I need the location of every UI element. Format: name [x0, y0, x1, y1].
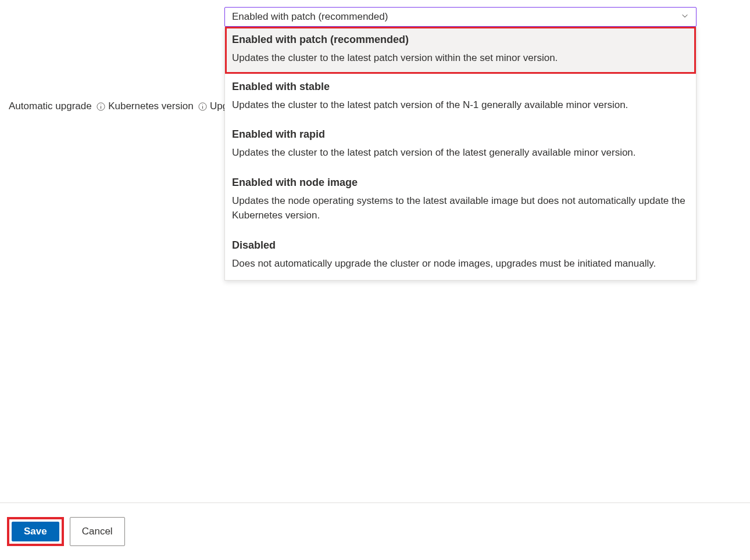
- chevron-down-icon: [681, 11, 689, 23]
- automatic-upgrade-dropdown[interactable]: Enabled with patch (recommended): [224, 7, 697, 27]
- save-button[interactable]: Save: [12, 522, 59, 541]
- option-title: Enabled with stable: [232, 81, 689, 93]
- option-desc: Does not automatically upgrade the clust…: [232, 256, 689, 271]
- option-title: Enabled with node image: [232, 177, 689, 189]
- option-desc: Updates the cluster to the latest patch …: [232, 145, 689, 160]
- option-title: Enabled with patch (recommended): [232, 34, 689, 46]
- option-desc: Updates the cluster to the latest patch …: [232, 51, 689, 66]
- kubernetes-version-label: Kubernetes version: [108, 100, 207, 112]
- svg-point-5: [202, 104, 203, 105]
- kubernetes-version-label-text: Kubernetes version: [108, 100, 193, 112]
- cancel-button[interactable]: Cancel: [70, 517, 125, 546]
- highlight-box: Enabled with patch (recommended) Updates…: [225, 27, 696, 74]
- option-title: Enabled with rapid: [232, 128, 689, 141]
- info-icon[interactable]: [198, 102, 208, 111]
- svg-point-2: [101, 104, 101, 105]
- form-fields-column: Enabled with patch (recommended) Enabled…: [224, 7, 697, 281]
- footer-actions: Save Cancel: [0, 502, 750, 560]
- option-desc: Updates the node operating systems to th…: [232, 193, 689, 223]
- dropdown-option-enabled-patch[interactable]: Enabled with patch (recommended) Updates…: [227, 28, 694, 72]
- dropdown-option-disabled[interactable]: Disabled Does not automatically upgrade …: [225, 232, 696, 281]
- option-desc: Updates the cluster to the latest patch …: [232, 98, 689, 113]
- automatic-upgrade-dropdown-list: Enabled with patch (recommended) Updates…: [224, 27, 697, 281]
- dropdown-option-enabled-node-image[interactable]: Enabled with node image Updates the node…: [225, 170, 696, 232]
- dropdown-option-enabled-rapid[interactable]: Enabled with rapid Updates the cluster t…: [225, 121, 696, 170]
- highlight-box: Save: [7, 517, 64, 546]
- automatic-upgrade-label: Automatic upgrade: [9, 100, 106, 112]
- automatic-upgrade-label-text: Automatic upgrade: [9, 100, 92, 112]
- info-icon[interactable]: [97, 102, 106, 111]
- option-title: Disabled: [232, 239, 689, 252]
- dropdown-selected-value: Enabled with patch (recommended): [232, 11, 388, 23]
- dropdown-option-enabled-stable[interactable]: Enabled with stable Updates the cluster …: [225, 74, 696, 122]
